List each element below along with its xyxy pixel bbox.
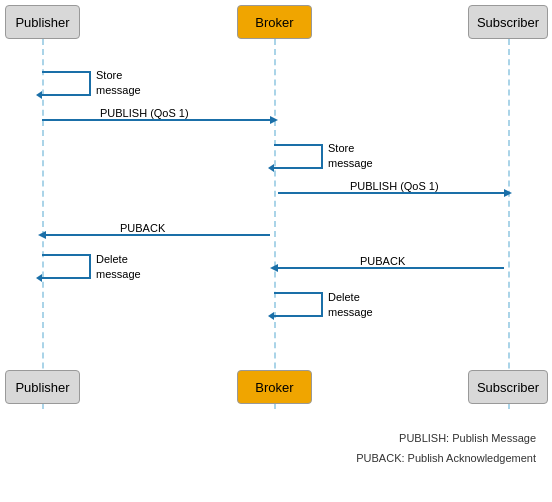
svg-marker-5 <box>504 189 512 197</box>
puback-pub-label: PUBACK <box>120 222 165 234</box>
delete-msg-broker-label: Deletemessage <box>328 290 373 321</box>
svg-marker-0 <box>36 91 42 99</box>
publish-qos1-broker-label: PUBLISH (QoS 1) <box>350 180 439 192</box>
subscriber-bot-node: Subscriber <box>468 370 548 404</box>
delete-msg-pub-label: Deletemessage <box>96 252 141 283</box>
svg-marker-2 <box>270 116 278 124</box>
legend-publish: PUBLISH: Publish Message <box>399 432 536 444</box>
broker-bot-label: Broker <box>255 380 293 395</box>
sequence-diagram: Publisher Broker Subscriber Publisher Br… <box>0 0 552 502</box>
publisher-bot-node: Publisher <box>5 370 80 404</box>
svg-marker-10 <box>270 264 278 272</box>
arrows-svg <box>0 0 552 502</box>
subscriber-top-label: Subscriber <box>477 15 539 30</box>
broker-top-node: Broker <box>237 5 312 39</box>
publisher-bot-label: Publisher <box>15 380 69 395</box>
svg-marker-7 <box>38 231 46 239</box>
svg-marker-8 <box>36 274 42 282</box>
subscriber-top-node: Subscriber <box>468 5 548 39</box>
store-msg-pub-label: Storemessage <box>96 68 141 99</box>
publisher-top-node: Publisher <box>5 5 80 39</box>
publish-qos1-pub-label: PUBLISH (QoS 1) <box>100 107 189 119</box>
legend-puback: PUBACK: Publish Acknowledgement <box>356 452 536 464</box>
publisher-top-label: Publisher <box>15 15 69 30</box>
svg-marker-3 <box>268 164 274 172</box>
subscriber-bot-label: Subscriber <box>477 380 539 395</box>
broker-bot-node: Broker <box>237 370 312 404</box>
svg-marker-11 <box>268 312 274 320</box>
puback-broker-label: PUBACK <box>360 255 405 267</box>
broker-top-label: Broker <box>255 15 293 30</box>
store-msg-broker-label: Storemessage <box>328 141 373 172</box>
